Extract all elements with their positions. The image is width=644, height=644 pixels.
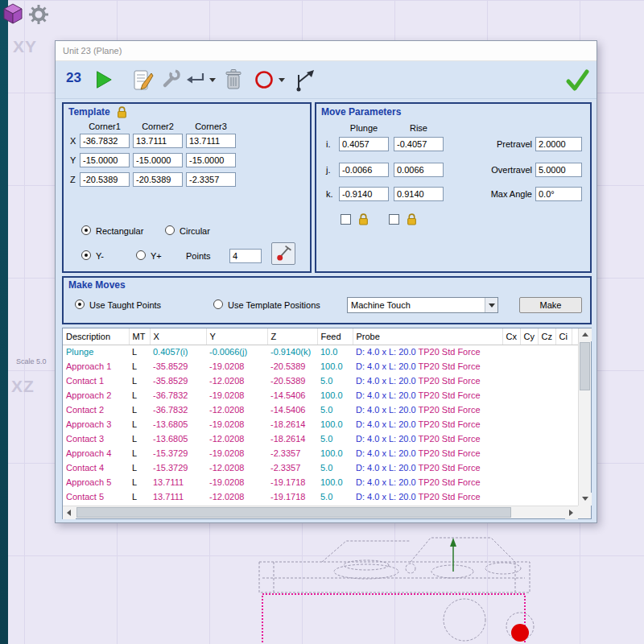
j-rise-input[interactable] [394, 163, 444, 177]
tools-button[interactable] [159, 68, 183, 92]
cell-fill [572, 446, 578, 460]
cell-x: -13.6805 [150, 417, 206, 431]
view-label-xz: XZ [11, 377, 35, 396]
corner1-x-input[interactable] [80, 134, 130, 148]
circle-tool-dropdown-arrow[interactable] [279, 78, 285, 82]
table-row[interactable]: Approach 3L-13.6805-19.0208-18.2614100.0… [63, 417, 578, 431]
cell-cx [502, 359, 520, 374]
k-plunge-input[interactable] [339, 187, 389, 201]
enter-move-dropdown-arrow[interactable] [209, 78, 216, 82]
probe-preview-button[interactable] [271, 242, 295, 265]
template-panel: Template Corner1 Corner2 Corner3 X Y Z R… [62, 102, 312, 273]
cell-fill [572, 417, 578, 431]
cell-cy [520, 374, 538, 388]
cell-y: -12.0208 [206, 374, 267, 388]
table-row[interactable]: Approach 1L-35.8529-19.0208-20.5389100.0… [63, 359, 578, 374]
cell-cx [502, 446, 520, 460]
delete-button[interactable] [221, 67, 246, 93]
table-row[interactable]: Contact 1L-35.8529-12.0208-20.53895.0D: … [63, 374, 578, 388]
cell-cz [538, 460, 555, 475]
vector-button[interactable] [292, 66, 318, 93]
gear-icon[interactable] [27, 3, 50, 29]
make-moves-panel: Make Moves Use Taught Points Use Templat… [62, 276, 592, 324]
cell-probe: D: 4.0 x L: 20.0 TP20 Std Force [353, 388, 502, 402]
horizontal-scroll-thumb[interactable] [76, 507, 511, 518]
k-rise-input[interactable] [394, 187, 444, 201]
corner1-y-input[interactable] [80, 153, 130, 167]
trash-icon [222, 68, 245, 92]
table-row[interactable]: Contact 5L13.7111-12.0208-19.17185.0D: 4… [63, 489, 578, 504]
part-icon[interactable] [2, 2, 24, 29]
rise-lock-icon[interactable] [407, 213, 417, 225]
run-button[interactable] [91, 68, 115, 92]
dialog-titlebar[interactable]: Unit 23 (Plane) [56, 41, 597, 61]
corner2-z-input[interactable] [133, 172, 183, 187]
cell-cy [520, 402, 538, 417]
dialog-toolbar: 23 [56, 61, 597, 99]
corner1-header: Corner1 [80, 122, 130, 131]
use-taught-points-radio[interactable] [75, 299, 85, 309]
cell-desc: Plunge [63, 345, 129, 359]
rectangular-radio[interactable] [81, 225, 91, 235]
vector-icon [293, 67, 317, 93]
part-icon-graphic [2, 2, 24, 26]
corner3-x-input[interactable] [186, 134, 236, 148]
corner2-y-input[interactable] [133, 153, 183, 167]
confirm-button[interactable] [563, 66, 592, 95]
cell-fill [572, 374, 578, 388]
corner2-x-input[interactable] [133, 134, 183, 148]
i-rise-input[interactable] [394, 137, 444, 151]
overtravel-input[interactable] [535, 163, 582, 177]
plunge-lock-icon[interactable] [358, 213, 369, 225]
table-row[interactable]: PlungeL0.4057(i)-0.0066(j)-0.9140(k)10.0… [63, 345, 578, 359]
y-minus-radio[interactable] [81, 250, 91, 260]
points-input[interactable] [229, 249, 262, 263]
scroll-right-button[interactable] [565, 506, 578, 519]
plunge-lock-checkbox[interactable] [341, 214, 351, 225]
table-row[interactable]: Approach 2L-36.7832-19.0208-14.5406100.0… [63, 388, 578, 402]
table-row[interactable]: Contact 4L-15.3729-12.0208-2.33575.0D: 4… [63, 460, 578, 475]
header-ci: Ci [555, 328, 572, 345]
use-template-positions-radio[interactable] [213, 299, 223, 309]
cell-z: -18.2614 [267, 431, 317, 446]
cell-y: -19.0208 [206, 446, 267, 460]
cell-ci [555, 388, 572, 402]
rise-lock-checkbox[interactable] [389, 214, 399, 225]
cell-feed: 5.0 [317, 374, 353, 388]
vertical-scrollbar[interactable] [578, 328, 591, 506]
cell-y: -12.0208 [206, 402, 267, 417]
table-row[interactable]: Approach 4L-15.3729-19.0208-2.3357100.0D… [63, 446, 578, 460]
circular-radio[interactable] [165, 225, 175, 235]
corner3-z-input[interactable] [186, 172, 236, 187]
scroll-up-button[interactable] [579, 328, 592, 341]
template-lock-icon[interactable] [117, 106, 127, 118]
move-mode-select[interactable]: Machine Touch [347, 297, 498, 313]
notes-icon [130, 68, 155, 92]
corner3-y-input[interactable] [186, 153, 236, 167]
j-plunge-input[interactable] [339, 163, 389, 177]
table-row[interactable]: Contact 3L-13.6805-12.0208-18.26145.0D: … [63, 431, 578, 446]
make-button[interactable]: Make [519, 297, 582, 313]
cell-mt: L [129, 446, 150, 460]
horizontal-scrollbar[interactable] [63, 506, 578, 518]
corner3-header: Corner3 [186, 122, 236, 131]
i-plunge-input[interactable] [339, 137, 389, 151]
circle-tool-button[interactable] [252, 68, 276, 92]
unit-number: 23 [66, 70, 81, 86]
cell-desc: Contact 2 [63, 402, 129, 417]
header-cz: Cz [538, 328, 555, 345]
combo-dropdown-arrow[interactable] [485, 298, 497, 312]
pretravel-input[interactable] [535, 137, 582, 151]
notes-button[interactable] [130, 66, 155, 93]
scroll-left-button[interactable] [63, 506, 76, 519]
y-plus-radio[interactable] [136, 250, 146, 260]
vertical-scroll-thumb[interactable] [580, 342, 590, 390]
table-row[interactable]: Approach 5L13.7111-19.0208-19.1718100.0D… [63, 475, 578, 489]
corner1-z-input[interactable] [80, 172, 130, 187]
cell-cy [520, 475, 538, 489]
table-row[interactable]: Contact 2L-36.7832-12.0208-14.54065.0D: … [63, 402, 578, 417]
cell-desc: Contact 4 [63, 460, 129, 475]
scroll-down-button[interactable] [579, 493, 592, 506]
enter-move-button[interactable] [184, 69, 207, 90]
max-angle-input[interactable] [535, 187, 582, 201]
